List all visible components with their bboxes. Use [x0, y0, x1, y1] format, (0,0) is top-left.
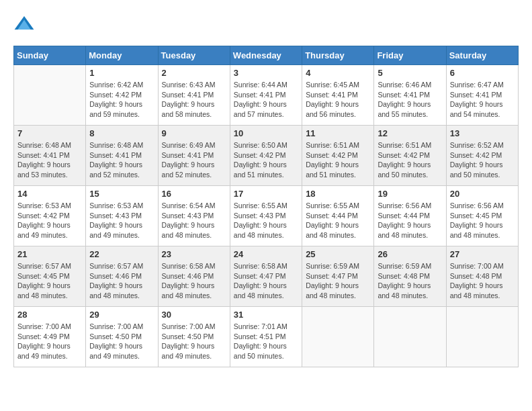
- day-info: Sunrise: 6:59 AMSunset: 4:47 PMDaylight:…: [306, 261, 370, 301]
- calendar-cell: 27Sunrise: 7:00 AMSunset: 4:48 PMDayligh…: [446, 246, 518, 307]
- day-info: Sunrise: 6:51 AMSunset: 4:42 PMDaylight:…: [306, 140, 370, 180]
- day-number: 21: [17, 249, 82, 259]
- calendar-cell: 17Sunrise: 6:55 AMSunset: 4:43 PMDayligh…: [230, 186, 302, 246]
- day-info: Sunrise: 6:45 AMSunset: 4:41 PMDaylight:…: [306, 80, 370, 120]
- day-info: Sunrise: 6:56 AMSunset: 4:44 PMDaylight:…: [378, 201, 442, 240]
- day-info: Sunrise: 6:51 AMSunset: 4:42 PMDaylight:…: [378, 140, 442, 180]
- day-number: 27: [450, 249, 515, 259]
- day-number: 11: [306, 128, 370, 138]
- day-number: 13: [450, 128, 515, 138]
- calendar-cell: 2Sunrise: 6:43 AMSunset: 4:41 PMDaylight…: [158, 65, 230, 126]
- day-info: Sunrise: 6:43 AMSunset: 4:41 PMDaylight:…: [162, 80, 226, 120]
- day-info: Sunrise: 6:46 AMSunset: 4:41 PMDaylight:…: [378, 80, 442, 120]
- day-number: 12: [378, 128, 442, 138]
- day-info: Sunrise: 7:00 AMSunset: 4:50 PMDaylight:…: [89, 322, 154, 361]
- calendar-table: SundayMondayTuesdayWednesdayThursdayFrid…: [13, 46, 519, 367]
- day-info: Sunrise: 7:00 AMSunset: 4:48 PMDaylight:…: [450, 261, 515, 301]
- calendar-cell: 10Sunrise: 6:50 AMSunset: 4:42 PMDayligh…: [230, 126, 302, 186]
- day-info: Sunrise: 6:57 AMSunset: 4:45 PMDaylight:…: [17, 261, 82, 301]
- day-info: Sunrise: 6:44 AMSunset: 4:41 PMDaylight:…: [234, 80, 298, 120]
- day-info: Sunrise: 6:57 AMSunset: 4:46 PMDaylight:…: [89, 261, 154, 301]
- weekday-header: Monday: [86, 46, 158, 65]
- calendar-cell: [374, 307, 446, 367]
- day-number: 10: [234, 128, 298, 138]
- day-info: Sunrise: 6:58 AMSunset: 4:46 PMDaylight:…: [162, 261, 226, 301]
- day-number: 2: [162, 68, 226, 78]
- day-info: Sunrise: 6:55 AMSunset: 4:43 PMDaylight:…: [234, 201, 298, 240]
- calendar-cell: 7Sunrise: 6:48 AMSunset: 4:41 PMDaylight…: [14, 126, 86, 186]
- calendar-cell: 24Sunrise: 6:58 AMSunset: 4:47 PMDayligh…: [230, 246, 302, 307]
- day-number: 3: [234, 68, 298, 78]
- calendar-cell: 22Sunrise: 6:57 AMSunset: 4:46 PMDayligh…: [86, 246, 158, 307]
- day-number: 24: [234, 249, 298, 259]
- calendar-cell: 4Sunrise: 6:45 AMSunset: 4:41 PMDaylight…: [302, 65, 374, 126]
- day-number: 15: [89, 189, 154, 199]
- day-info: Sunrise: 6:48 AMSunset: 4:41 PMDaylight:…: [89, 140, 154, 180]
- calendar-cell: 6Sunrise: 6:47 AMSunset: 4:41 PMDaylight…: [446, 65, 518, 126]
- day-number: 1: [89, 68, 154, 78]
- day-info: Sunrise: 7:00 AMSunset: 4:50 PMDaylight:…: [162, 322, 226, 361]
- day-info: Sunrise: 6:42 AMSunset: 4:42 PMDaylight:…: [89, 80, 154, 120]
- calendar-cell: 15Sunrise: 6:53 AMSunset: 4:43 PMDayligh…: [86, 186, 158, 246]
- day-number: 30: [162, 310, 226, 320]
- weekday-header: Friday: [374, 46, 446, 65]
- day-number: 6: [450, 68, 515, 78]
- calendar-cell: 11Sunrise: 6:51 AMSunset: 4:42 PMDayligh…: [302, 126, 374, 186]
- calendar-cell: 3Sunrise: 6:44 AMSunset: 4:41 PMDaylight…: [230, 65, 302, 126]
- day-number: 31: [234, 310, 298, 320]
- day-info: Sunrise: 6:53 AMSunset: 4:42 PMDaylight:…: [17, 201, 82, 240]
- calendar-cell: 21Sunrise: 6:57 AMSunset: 4:45 PMDayligh…: [14, 246, 86, 307]
- calendar-cell: 9Sunrise: 6:49 AMSunset: 4:41 PMDaylight…: [158, 126, 230, 186]
- weekday-header: Sunday: [14, 46, 86, 65]
- calendar-cell: 28Sunrise: 7:00 AMSunset: 4:49 PMDayligh…: [14, 307, 86, 367]
- calendar-cell: 13Sunrise: 6:52 AMSunset: 4:42 PMDayligh…: [446, 126, 518, 186]
- day-number: 5: [378, 68, 442, 78]
- calendar-cell: 12Sunrise: 6:51 AMSunset: 4:42 PMDayligh…: [374, 126, 446, 186]
- calendar-cell: [14, 65, 86, 126]
- calendar-cell: 29Sunrise: 7:00 AMSunset: 4:50 PMDayligh…: [86, 307, 158, 367]
- day-info: Sunrise: 6:48 AMSunset: 4:41 PMDaylight:…: [17, 140, 82, 180]
- day-number: 7: [17, 128, 82, 138]
- calendar-cell: 23Sunrise: 6:58 AMSunset: 4:46 PMDayligh…: [158, 246, 230, 307]
- day-number: 14: [17, 189, 82, 199]
- day-info: Sunrise: 7:01 AMSunset: 4:51 PMDaylight:…: [234, 322, 298, 361]
- day-info: Sunrise: 6:47 AMSunset: 4:41 PMDaylight:…: [450, 80, 515, 120]
- calendar-cell: 31Sunrise: 7:01 AMSunset: 4:51 PMDayligh…: [230, 307, 302, 367]
- day-number: 26: [378, 249, 442, 259]
- day-number: 20: [450, 189, 515, 199]
- calendar-cell: 5Sunrise: 6:46 AMSunset: 4:41 PMDaylight…: [374, 65, 446, 126]
- day-info: Sunrise: 6:56 AMSunset: 4:45 PMDaylight:…: [450, 201, 515, 240]
- calendar-cell: 30Sunrise: 7:00 AMSunset: 4:50 PMDayligh…: [158, 307, 230, 367]
- day-number: 9: [162, 128, 226, 138]
- day-number: 4: [306, 68, 370, 78]
- page-header: [13, 13, 519, 35]
- day-info: Sunrise: 6:52 AMSunset: 4:42 PMDaylight:…: [450, 140, 515, 180]
- calendar-cell: 16Sunrise: 6:54 AMSunset: 4:43 PMDayligh…: [158, 186, 230, 246]
- day-info: Sunrise: 6:49 AMSunset: 4:41 PMDaylight:…: [162, 140, 226, 180]
- calendar-cell: 14Sunrise: 6:53 AMSunset: 4:42 PMDayligh…: [14, 186, 86, 246]
- calendar-cell: 18Sunrise: 6:55 AMSunset: 4:44 PMDayligh…: [302, 186, 374, 246]
- day-number: 28: [17, 310, 82, 320]
- calendar-cell: [302, 307, 374, 367]
- day-info: Sunrise: 6:50 AMSunset: 4:42 PMDaylight:…: [234, 140, 298, 180]
- weekday-header: Wednesday: [230, 46, 302, 65]
- calendar-cell: 8Sunrise: 6:48 AMSunset: 4:41 PMDaylight…: [86, 126, 158, 186]
- calendar-cell: 1Sunrise: 6:42 AMSunset: 4:42 PMDaylight…: [86, 65, 158, 126]
- weekday-header: Saturday: [446, 46, 518, 65]
- day-info: Sunrise: 7:00 AMSunset: 4:49 PMDaylight:…: [17, 322, 82, 361]
- logo-icon: [13, 13, 35, 35]
- calendar-cell: 19Sunrise: 6:56 AMSunset: 4:44 PMDayligh…: [374, 186, 446, 246]
- logo: [13, 13, 38, 35]
- calendar-cell: [446, 307, 518, 367]
- day-number: 23: [162, 249, 226, 259]
- day-info: Sunrise: 6:58 AMSunset: 4:47 PMDaylight:…: [234, 261, 298, 301]
- day-number: 16: [162, 189, 226, 199]
- day-info: Sunrise: 6:54 AMSunset: 4:43 PMDaylight:…: [162, 201, 226, 240]
- day-info: Sunrise: 6:55 AMSunset: 4:44 PMDaylight:…: [306, 201, 370, 240]
- day-number: 18: [306, 189, 370, 199]
- calendar-cell: 25Sunrise: 6:59 AMSunset: 4:47 PMDayligh…: [302, 246, 374, 307]
- day-number: 17: [234, 189, 298, 199]
- weekday-header: Thursday: [302, 46, 374, 65]
- day-info: Sunrise: 6:53 AMSunset: 4:43 PMDaylight:…: [89, 201, 154, 240]
- day-info: Sunrise: 6:59 AMSunset: 4:48 PMDaylight:…: [378, 261, 442, 301]
